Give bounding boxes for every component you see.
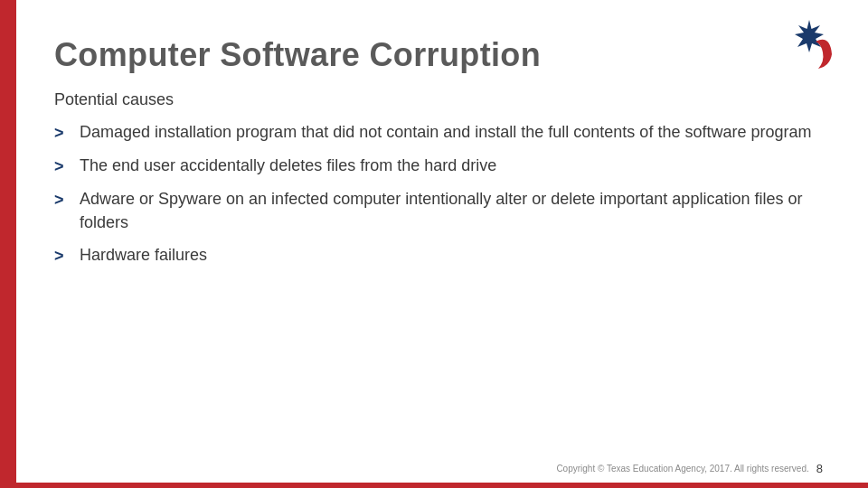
- bullet-arrow-4: >: [54, 244, 69, 267]
- bullet-arrow-3: >: [54, 188, 69, 211]
- slide: Computer Software Corruption Potential c…: [0, 0, 868, 488]
- list-item: > Damaged installation program that did …: [54, 120, 823, 145]
- tea-logo: [778, 16, 841, 80]
- list-item: > Adware or Spyware on an infected compu…: [54, 187, 823, 234]
- slide-title: Computer Software Corruption: [54, 36, 823, 74]
- bottom-accent-bar: [0, 483, 868, 488]
- svg-marker-0: [795, 20, 824, 52]
- list-item: > Hardware failures: [54, 243, 823, 267]
- bullet-list: > Damaged installation program that did …: [54, 120, 823, 267]
- footer: Copyright © Texas Education Agency, 2017…: [556, 462, 823, 475]
- list-item: > The end user accidentally deletes file…: [54, 154, 823, 178]
- bullet-arrow-1: >: [54, 121, 69, 145]
- bullet-text-4: Hardware failures: [80, 243, 823, 267]
- slide-subtitle: Potential causes: [54, 90, 823, 109]
- bullet-text-3: Adware or Spyware on an infected compute…: [80, 187, 823, 234]
- footer-page-number: 8: [816, 462, 823, 475]
- bullet-text-1: Damaged installation program that did no…: [80, 120, 823, 144]
- footer-copyright: Copyright © Texas Education Agency, 2017…: [556, 464, 808, 474]
- bullet-text-2: The end user accidentally deletes files …: [80, 154, 823, 177]
- bullet-arrow-2: >: [54, 155, 69, 178]
- left-accent-bar: [0, 0, 16, 488]
